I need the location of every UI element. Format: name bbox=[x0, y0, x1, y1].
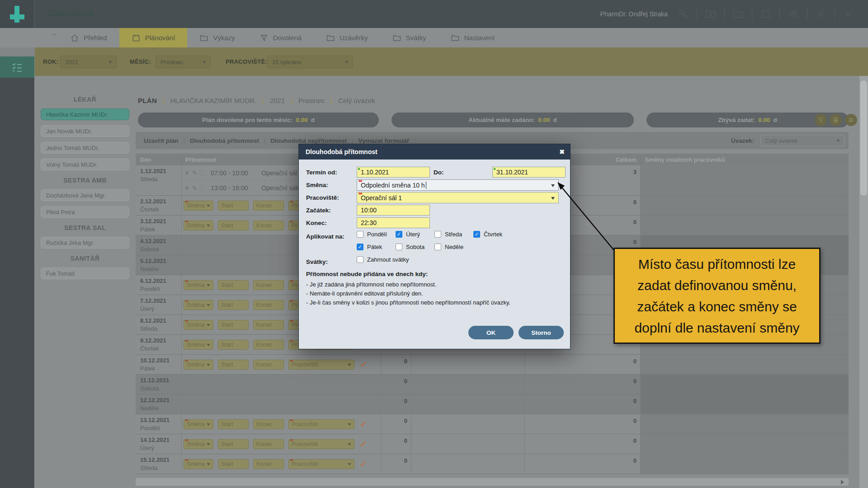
shift-select[interactable]: **Směna bbox=[184, 340, 213, 350]
edit-entry-icon[interactable]: ✎ bbox=[192, 169, 197, 176]
worker-item[interactable]: Jedno Tomáš MUDr. bbox=[41, 142, 129, 154]
start-input[interactable]: Start bbox=[218, 320, 249, 330]
storno-button[interactable]: Storno bbox=[519, 326, 564, 339]
day-checkbox-pátek[interactable]: ✓Pátek bbox=[357, 244, 396, 250]
workplace-select[interactable]: **Pracoviště bbox=[288, 439, 354, 449]
vertical-scrollbar-thumb[interactable] bbox=[860, 80, 867, 196]
action-link[interactable]: Dlouhodobá nepřítomnost bbox=[270, 137, 347, 144]
end-input[interactable]: Konec bbox=[253, 459, 284, 469]
checkbox[interactable]: ✓ bbox=[396, 231, 402, 238]
checkbox[interactable] bbox=[434, 244, 441, 250]
worker-item[interactable]: Jan Novák MUDr. bbox=[41, 125, 129, 137]
confirm-day-button[interactable]: ✓ bbox=[360, 439, 367, 449]
shift-select[interactable]: **Směna bbox=[184, 320, 213, 330]
end-input[interactable]: Konec bbox=[253, 300, 284, 310]
worker-item[interactable]: Volný Tomáš MUDr. bbox=[41, 159, 129, 170]
end-input[interactable]: Konec bbox=[253, 340, 284, 350]
vertical-scrollbar[interactable] bbox=[859, 76, 868, 488]
workplace-field-select[interactable]: ** Operační sál 1 bbox=[357, 192, 559, 203]
confirm-day-button[interactable]: ✓ bbox=[360, 419, 367, 429]
shift-select[interactable]: **Směna bbox=[184, 201, 213, 211]
action-link[interactable]: Dlouhodobá přítomnost bbox=[190, 137, 259, 144]
start-input[interactable]: Start bbox=[218, 300, 249, 310]
end-input[interactable]: Konec bbox=[253, 360, 284, 370]
shift-select[interactable]: **Směna bbox=[184, 419, 213, 429]
end-input[interactable]: Konec bbox=[253, 221, 284, 230]
day-checkbox-úterý[interactable]: ✓Úterý bbox=[396, 231, 434, 238]
tab-přehled[interactable]: Přehled bbox=[58, 28, 119, 47]
checkbox[interactable] bbox=[396, 244, 402, 250]
scroll-right-arrow-icon[interactable] bbox=[841, 480, 846, 484]
confirm-day-button[interactable]: ✓ bbox=[360, 359, 367, 370]
day-checkbox-pondělí[interactable]: Pondělí bbox=[357, 231, 396, 238]
checkbox[interactable] bbox=[357, 256, 363, 263]
key-icon[interactable] bbox=[677, 8, 689, 20]
collapse-arrow-icon[interactable]: → bbox=[51, 30, 57, 37]
checkbox[interactable] bbox=[357, 231, 363, 238]
copy-entry-icon[interactable] bbox=[200, 185, 204, 191]
day-checkbox-čtvrtek[interactable]: ✓Čtvrtek bbox=[473, 231, 512, 238]
worker-item[interactable]: Hlavička Kazimír MUDr. bbox=[41, 108, 129, 120]
date-from-input[interactable]: 1.10.2021 bbox=[357, 167, 430, 178]
gear-icon[interactable] bbox=[815, 8, 827, 20]
tab-výkazy[interactable]: Výkazy bbox=[187, 28, 247, 47]
shift-select[interactable]: ** Odpolední směna 10 h bbox=[357, 179, 559, 191]
day-checkbox-sobota[interactable]: Sobota bbox=[396, 244, 434, 250]
shift-select[interactable]: **Směna bbox=[184, 280, 213, 290]
square-icon[interactable] bbox=[760, 8, 772, 20]
workplace-select[interactable]: **Pracoviště bbox=[288, 419, 354, 429]
year-select[interactable]: 2021 bbox=[60, 56, 117, 68]
date-to-input[interactable]: 31.10.2021 bbox=[492, 167, 566, 178]
start-time-input[interactable]: 10:00 bbox=[357, 205, 430, 216]
action-link[interactable]: Vymazat formulář bbox=[358, 137, 409, 144]
uvazek-select[interactable]: Celý úvazek bbox=[760, 135, 844, 146]
workplace-select[interactable]: **Pracoviště bbox=[288, 360, 354, 370]
start-input[interactable]: Start bbox=[218, 419, 249, 429]
workplace-select[interactable]: **Pracoviště bbox=[288, 459, 354, 469]
dialog-close-icon[interactable]: ✖ bbox=[559, 144, 565, 160]
worker-list-toggle-button[interactable] bbox=[0, 56, 34, 78]
day-checkbox-středa[interactable]: Středa bbox=[434, 231, 473, 238]
start-input[interactable]: Start bbox=[218, 221, 249, 230]
start-input[interactable]: Start bbox=[218, 360, 249, 370]
worker-item[interactable]: Docházková Jana Mgr. bbox=[41, 189, 129, 201]
worker-item[interactable]: Pilná Petra bbox=[41, 206, 129, 218]
start-input[interactable]: Start bbox=[218, 340, 249, 350]
tab-svátky[interactable]: Svátky bbox=[380, 28, 439, 47]
start-input[interactable]: Start bbox=[218, 201, 249, 211]
checkbox[interactable]: ✓ bbox=[473, 231, 480, 238]
edit-entry-icon[interactable]: ✎ bbox=[192, 185, 197, 192]
print-button[interactable] bbox=[830, 114, 842, 126]
worker-item[interactable]: Ručička Jirka Mgr. bbox=[41, 237, 129, 249]
end-input[interactable]: Konec bbox=[253, 419, 284, 429]
tab-nastavení[interactable]: Nastavení bbox=[439, 28, 507, 47]
shift-select[interactable]: **Směna bbox=[184, 459, 213, 469]
action-link[interactable]: Uzavřít plán bbox=[144, 137, 179, 144]
shift-select[interactable]: **Směna bbox=[184, 439, 213, 449]
shift-select[interactable]: **Směna bbox=[184, 360, 213, 370]
delete-entry-icon[interactable]: ✕ bbox=[184, 169, 189, 176]
copy-entry-icon[interactable] bbox=[200, 170, 204, 176]
checkbox[interactable] bbox=[434, 231, 441, 238]
horizontal-scrollbar[interactable] bbox=[136, 478, 849, 486]
day-checkbox-neděle[interactable]: Neděle bbox=[434, 244, 473, 250]
workplace-select[interactable]: 15 vybráno bbox=[267, 56, 353, 68]
tab-plánování[interactable]: Plánování bbox=[119, 28, 188, 47]
worker-item[interactable]: Fuk Tomáš bbox=[41, 267, 129, 279]
end-input[interactable]: Konec bbox=[253, 280, 284, 290]
users-icon[interactable] bbox=[788, 8, 799, 20]
folder-icon[interactable] bbox=[732, 8, 744, 20]
filter-button[interactable] bbox=[815, 114, 827, 126]
checkbox[interactable]: ✓ bbox=[357, 244, 363, 250]
end-input[interactable]: Konec bbox=[253, 201, 284, 211]
end-time-input[interactable]: 22:30 bbox=[357, 217, 430, 228]
tab-dovolená[interactable]: Dovolená bbox=[247, 28, 314, 47]
delete-entry-icon[interactable]: ✕ bbox=[184, 185, 189, 192]
end-input[interactable]: Konec bbox=[253, 320, 284, 330]
close-icon[interactable] bbox=[843, 8, 854, 20]
app-logo[interactable] bbox=[0, 0, 34, 28]
shift-select[interactable]: **Směna bbox=[184, 300, 213, 310]
month-select[interactable]: Prosinec bbox=[156, 56, 211, 68]
include-holidays-checkbox[interactable]: Zahrnout svátky bbox=[357, 256, 409, 263]
ok-button[interactable]: OK bbox=[468, 326, 514, 339]
